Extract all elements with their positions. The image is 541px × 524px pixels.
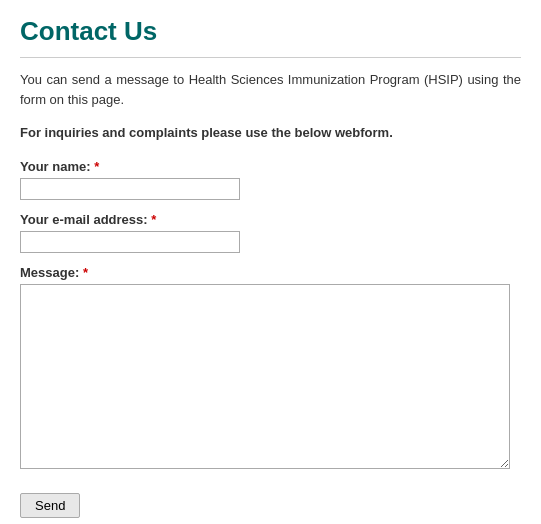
send-button[interactable]: Send	[20, 493, 80, 518]
email-input[interactable]	[20, 231, 240, 253]
message-required-star: *	[83, 265, 88, 280]
name-label: Your name: *	[20, 159, 521, 174]
intro-text: You can send a message to Health Science…	[20, 70, 521, 109]
page-title: Contact Us	[20, 16, 521, 47]
email-required-star: *	[151, 212, 156, 227]
page-container: Contact Us You can send a message to Hea…	[0, 0, 541, 524]
name-required-star: *	[94, 159, 99, 174]
name-field-group: Your name: *	[20, 159, 521, 200]
message-field-group: Message: *	[20, 265, 521, 469]
title-divider	[20, 57, 521, 58]
email-label: Your e-mail address: *	[20, 212, 521, 227]
message-label: Message: *	[20, 265, 521, 280]
notice-text: For inquiries and complaints please use …	[20, 123, 521, 143]
message-textarea[interactable]	[20, 284, 510, 469]
email-field-group: Your e-mail address: *	[20, 212, 521, 253]
name-input[interactable]	[20, 178, 240, 200]
